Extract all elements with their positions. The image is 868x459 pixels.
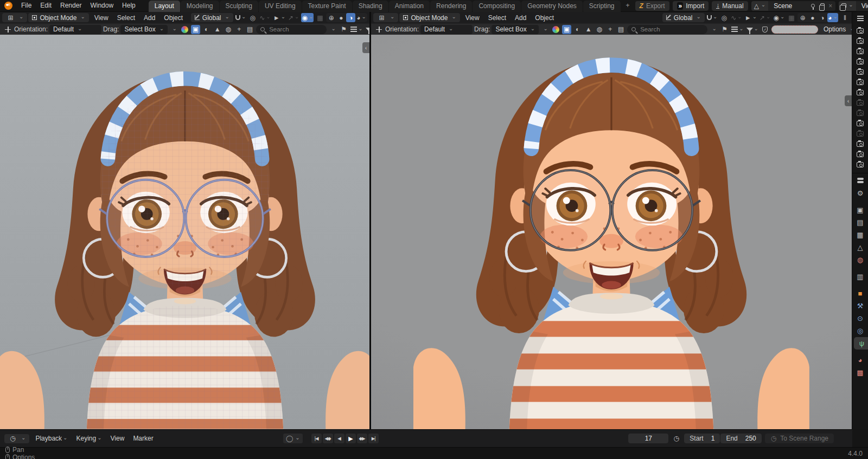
auto-keying-toggle[interactable]: ◯ [283,434,303,443]
viewport-menu[interactable]: Select [484,14,510,22]
scene-unlink-button[interactable]: × [827,2,835,10]
outliner-editor-icon[interactable] [854,14,866,23]
editor-divider[interactable] [852,173,868,173]
topbar-menu[interactable]: Render [56,2,86,9]
transform-orientation-dropdown[interactable]: Global [662,13,705,22]
viewport-search[interactable] [627,25,707,34]
output-tab[interactable]: ▤ [852,216,868,229]
snap-toggle[interactable] [706,13,718,22]
previous-keyframe-button[interactable]: ◀◆ [323,434,333,443]
workspace-tab[interactable]: UV Editing [259,1,302,12]
drag-dropdown[interactable]: Select Box [492,25,539,34]
import-button[interactable]: » Import [673,1,709,11]
outliner-filter-dropdown[interactable] [350,25,363,34]
jump-to-start-button[interactable]: |◀ [311,434,322,443]
scene-name[interactable]: Scene [768,2,808,10]
workspace-tab[interactable]: Layout [149,1,180,12]
timeline-editor-button[interactable]: ◷ [4,434,29,443]
orientation-dropdown[interactable]: Default [49,25,101,34]
search-input[interactable] [268,25,322,33]
outliner-camera-row[interactable] [857,141,864,147]
gizmos-dropdown[interactable]: ↗ [288,13,299,22]
proportional-falloff-dropdown[interactable]: ∿ [730,13,742,22]
object-tab[interactable]: ■ [852,287,868,300]
viewlayer-name[interactable]: ViewLayer [856,2,868,10]
search-input[interactable] [639,25,703,33]
outliner-camera-row[interactable] [857,162,864,167]
proportional-falloff-dropdown[interactable]: ∿ [259,13,271,22]
outliner-camera-row[interactable] [857,80,864,85]
viewlayer-browse-button[interactable] [839,1,856,11]
viewport-option-3[interactable]: ▲ [213,25,222,34]
snap-shield-toggle[interactable]: ✓ [761,25,770,34]
orientation-dropdown[interactable]: Default [420,25,473,34]
timeline-menu[interactable]: View [106,435,129,442]
mode-dropdown[interactable]: Object Mode [28,13,88,22]
object-data-tab[interactable]: ψ [854,337,868,350]
shading-material-button[interactable]: ◑ [818,13,827,22]
proportional-edit-toggle[interactable]: ◎ [719,13,729,22]
hdri-sphere-icon[interactable] [551,25,560,34]
viewport-menu[interactable]: Select [113,14,139,22]
viewport-right-canvas[interactable]: ‹ [371,35,852,429]
scene-tab[interactable]: △ [852,241,868,254]
outliner-filter-dropdown[interactable] [731,25,744,34]
pause-render-button[interactable]: ‖ [840,13,850,22]
viewport-option-5[interactable]: + [234,25,244,34]
topbar-menu[interactable]: Edit [36,2,56,9]
constraints-tab[interactable]: ◎ [852,325,868,337]
transform-orientation-dropdown[interactable]: Global [191,13,233,22]
timeline-menu[interactable]: Playback [31,435,72,442]
timeline-menu[interactable]: Marker [129,435,157,442]
shading-solid-button[interactable]: ● [336,13,346,22]
collection-tab[interactable]: ▥ [852,270,868,283]
viewport-option-5[interactable]: + [605,25,615,34]
blender-logo-icon[interactable] [4,2,12,10]
current-frame-field[interactable]: 17 [628,434,668,443]
editor-type-button[interactable]: ⊞ [373,13,398,22]
render-tab[interactable]: ▣ [852,204,868,216]
material-tab[interactable]: ◕ [852,354,868,366]
sidebar-toggle[interactable]: ‹ [845,95,852,106]
material-preview-expand[interactable] [540,25,550,34]
next-keyframe-button[interactable]: ◆▶ [357,434,367,443]
outliner-camera-row[interactable] [857,69,864,75]
material-preview-expand[interactable] [169,25,178,34]
viewport-option-2[interactable]: ◐ [573,25,582,34]
drag-dropdown[interactable]: Select Box [120,25,168,34]
sidebar-toggle[interactable]: ‹ [362,42,369,53]
options-dropdown[interactable]: Options [820,25,852,34]
viewport-menu[interactable]: Object [159,14,187,22]
outliner-camera-row[interactable] [857,28,864,34]
outliner-camera-row[interactable] [857,49,864,54]
workspace-tab[interactable]: Sculpting [220,1,258,12]
viewport-option-6[interactable]: ▤ [245,25,254,34]
play-button[interactable]: ▶ [346,434,356,443]
viewport-menu[interactable]: Add [510,14,531,22]
scene-browse-button[interactable]: △ [751,1,769,11]
outliner-camera-row[interactable] [857,38,864,44]
proportional-edit-toggle[interactable]: ◎ [248,13,257,22]
manual-button[interactable]: ↓ Manual [712,1,748,11]
viewport-option-6[interactable]: ▤ [616,25,626,34]
viewport-menu[interactable]: Object [531,14,558,22]
workspace-tab[interactable]: Compositing [473,1,521,12]
gizmos-dropdown[interactable]: ↗ [759,13,771,22]
outliner-camera-row[interactable] [857,111,864,116]
overlays-toggle[interactable]: ◉ [301,13,314,22]
snap-toggle[interactable] [235,13,246,22]
outliner-camera-row[interactable] [857,100,864,106]
workspace-tab[interactable]: Shading [353,1,388,12]
bookmark-icon[interactable]: ⚑ [720,25,729,34]
topbar-menu[interactable]: Window [86,2,118,9]
physics-tab[interactable]: ⊙ [852,312,868,325]
outliner-camera-row[interactable] [857,121,864,126]
shading-rendered-button[interactable]: ◕ [827,13,838,22]
mode-dropdown[interactable]: Object Mode [399,13,459,22]
viewport-option-4[interactable]: ◍ [595,25,604,34]
filter-dropdown[interactable] [746,25,759,34]
viewport-menu[interactable]: Add [139,14,159,22]
shading-material-button[interactable]: ◑ [346,13,355,22]
viewport-menu[interactable]: View [461,14,484,22]
viewport-option-3[interactable]: ▲ [584,25,593,34]
